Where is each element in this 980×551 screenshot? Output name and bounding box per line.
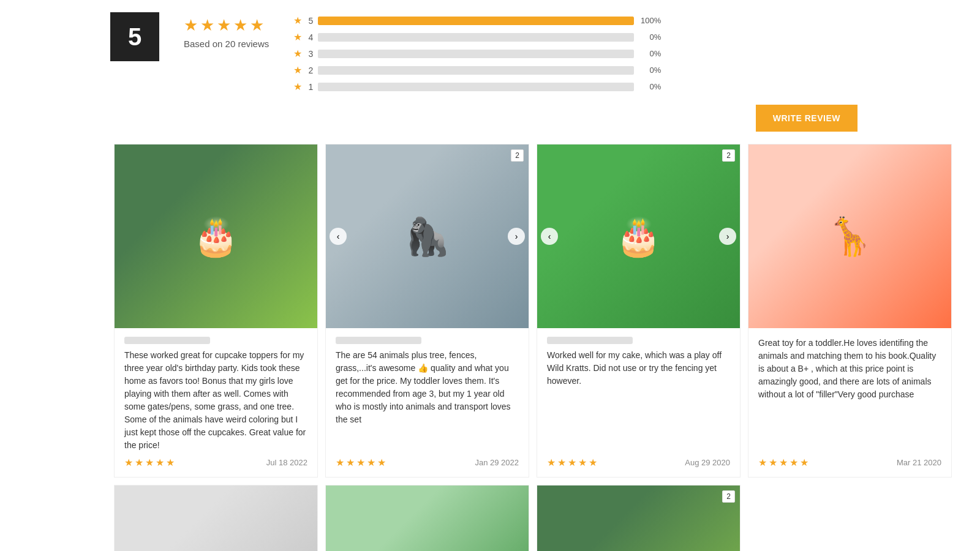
bar-row-2: ★ 2 0% bbox=[293, 64, 661, 76]
review-card-r2-7: 🐸 2 ‹ › bbox=[537, 485, 741, 551]
review-card-3: 🎂 2 ‹ › Worked well for my cake, which w… bbox=[537, 144, 741, 478]
review-star-4: ★ bbox=[156, 457, 164, 468]
based-on-label: Based on 20 reviews bbox=[184, 39, 269, 49]
card-body-3: Worked well for my cake, which was a pla… bbox=[537, 328, 740, 477]
bar-track-1 bbox=[318, 83, 634, 91]
review-star-1: ★ bbox=[336, 457, 344, 468]
review-card-r2-5: 📦 bbox=[114, 485, 318, 551]
bar-pct-2: 0% bbox=[639, 66, 661, 75]
review-card-2: 🦍 2 ‹ › The are 54 animals plus tree, fe… bbox=[325, 144, 529, 478]
card-image-4: 🦒 bbox=[748, 144, 951, 328]
rating-bar-chart: ★ 5 100% ★ 4 0% ★ 3 0% ★ 2 0% ★ 1 0% bbox=[293, 15, 661, 92]
star-5: ★ bbox=[250, 16, 264, 35]
write-review-button[interactable]: WRITE REVIEW bbox=[756, 105, 858, 132]
review-text-2: The are 54 animals plus tree, fences, gr… bbox=[336, 349, 519, 426]
carousel-next-2[interactable]: › bbox=[508, 228, 525, 245]
review-star-2: ★ bbox=[346, 457, 355, 468]
card-image-icon-r2-5: 📦 bbox=[115, 485, 317, 551]
card-footer-1: ★★★★★ Jul 18 2022 bbox=[124, 457, 307, 468]
card-image-icon-r2-6: 🦎 bbox=[326, 485, 529, 551]
star-1: ★ bbox=[184, 16, 198, 35]
card-footer-3: ★★★★★ Aug 29 2020 bbox=[547, 457, 730, 468]
card-body-4: Great toy for a toddler.He loves identif… bbox=[748, 328, 951, 477]
card-image-icon-2: 🦍 bbox=[326, 144, 529, 328]
bar-track-5 bbox=[318, 17, 634, 25]
carousel-next-3[interactable]: › bbox=[719, 228, 736, 245]
reviewer-bar-2 bbox=[336, 337, 421, 344]
bar-star-2: ★ bbox=[293, 64, 302, 76]
image-badge-3: 2 bbox=[722, 149, 735, 162]
card-stars-2: ★★★★★ bbox=[336, 457, 386, 468]
review-star-2: ★ bbox=[769, 457, 777, 468]
star-3: ★ bbox=[217, 16, 231, 35]
bar-row-5: ★ 5 100% bbox=[293, 15, 661, 26]
star-4: ★ bbox=[233, 16, 247, 35]
card-image-r2-5: 📦 bbox=[115, 485, 317, 551]
bar-fill-5 bbox=[318, 17, 634, 25]
card-image-r2-6: 🦎 bbox=[326, 485, 529, 551]
bar-row-3: ★ 3 0% bbox=[293, 48, 661, 59]
card-image-icon-1: 🎂 bbox=[115, 144, 317, 328]
review-star-1: ★ bbox=[124, 457, 133, 468]
card-image-icon-3: 🎂 bbox=[537, 144, 740, 328]
card-image-icon-4: 🦒 bbox=[748, 144, 951, 328]
review-star-4: ★ bbox=[790, 457, 798, 468]
review-star-1: ★ bbox=[758, 457, 767, 468]
review-star-2: ★ bbox=[557, 457, 566, 468]
review-toolbar: WRITE REVIEW bbox=[0, 99, 980, 144]
bar-row-4: ★ 4 0% bbox=[293, 31, 661, 43]
bar-star-5: ★ bbox=[293, 15, 302, 26]
overall-stars-block: ★ ★ ★ ★ ★ Based on 20 reviews bbox=[184, 16, 269, 49]
review-star-4: ★ bbox=[367, 457, 375, 468]
review-star-1: ★ bbox=[547, 457, 556, 468]
review-text-4: Great toy for a toddler.He loves identif… bbox=[758, 337, 941, 401]
review-star-5: ★ bbox=[377, 457, 386, 468]
reviews-grid-row2: 📦 🦎 🐸 2 ‹ › bbox=[0, 485, 980, 551]
card-stars-1: ★★★★★ bbox=[124, 457, 175, 468]
bar-track-2 bbox=[318, 66, 634, 75]
image-badge-2: 2 bbox=[511, 149, 524, 162]
card-image-icon-r2-7: 🐸 bbox=[537, 485, 740, 551]
card-footer-4: ★★★★★ Mar 21 2020 bbox=[758, 457, 941, 468]
bar-track-3 bbox=[318, 50, 634, 58]
review-star-2: ★ bbox=[135, 457, 143, 468]
reviewer-bar-3 bbox=[547, 337, 633, 344]
card-image-r2-7: 🐸 2 ‹ › bbox=[537, 485, 740, 551]
bar-label-4: 4 bbox=[307, 32, 313, 42]
review-star-3: ★ bbox=[356, 457, 365, 468]
bar-star-1: ★ bbox=[293, 81, 302, 92]
review-date-1: Jul 18 2022 bbox=[266, 458, 307, 467]
card-body-2: The are 54 animals plus tree, fences, gr… bbox=[326, 328, 529, 477]
reviewer-bar-1 bbox=[124, 337, 210, 344]
overall-score: 5 bbox=[110, 12, 159, 61]
carousel-prev-2[interactable]: ‹ bbox=[330, 228, 347, 245]
bar-track-4 bbox=[318, 33, 634, 42]
bar-row-1: ★ 1 0% bbox=[293, 81, 661, 92]
review-star-3: ★ bbox=[145, 457, 154, 468]
review-card-4: 🦒 Great toy for a toddler.He loves ident… bbox=[748, 144, 952, 478]
review-card-r2-6: 🦎 bbox=[325, 485, 529, 551]
bar-label-5: 5 bbox=[307, 16, 313, 26]
review-date-2: Jan 29 2022 bbox=[475, 458, 519, 467]
review-star-5: ★ bbox=[800, 457, 809, 468]
bar-label-3: 3 bbox=[307, 49, 313, 59]
bar-label-1: 1 bbox=[307, 82, 313, 92]
bar-label-2: 2 bbox=[307, 66, 313, 75]
card-stars-4: ★★★★★ bbox=[758, 457, 809, 468]
card-image-1: 🎂 bbox=[115, 144, 317, 328]
bar-pct-1: 0% bbox=[639, 82, 661, 91]
review-date-4: Mar 21 2020 bbox=[897, 458, 941, 467]
reviews-grid: 🎂 These worked great for cupcake toppers… bbox=[0, 144, 980, 485]
review-date-3: Aug 29 2020 bbox=[685, 458, 730, 467]
review-star-5: ★ bbox=[166, 457, 175, 468]
review-text-3: Worked well for my cake, which was a pla… bbox=[547, 349, 730, 388]
carousel-prev-3[interactable]: ‹ bbox=[541, 228, 558, 245]
bar-star-3: ★ bbox=[293, 48, 302, 59]
star-2: ★ bbox=[200, 16, 214, 35]
bar-star-4: ★ bbox=[293, 31, 302, 43]
image-badge-r2-7: 2 bbox=[722, 490, 735, 503]
review-star-3: ★ bbox=[779, 457, 788, 468]
review-star-3: ★ bbox=[568, 457, 576, 468]
card-footer-2: ★★★★★ Jan 29 2022 bbox=[336, 457, 519, 468]
review-star-4: ★ bbox=[578, 457, 587, 468]
